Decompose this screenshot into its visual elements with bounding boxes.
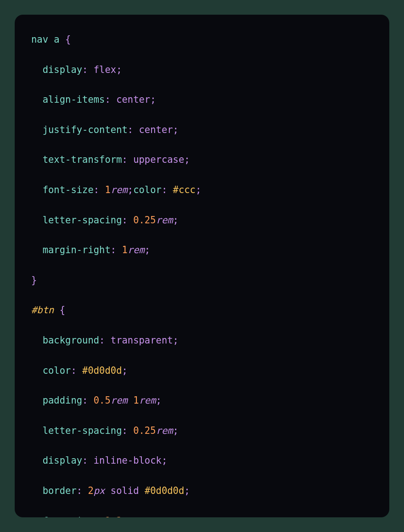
code-block: nav a { display: flex; align-items: cent… <box>15 15 389 517</box>
css-source: nav a { display: flex; align-items: cent… <box>31 32 376 517</box>
